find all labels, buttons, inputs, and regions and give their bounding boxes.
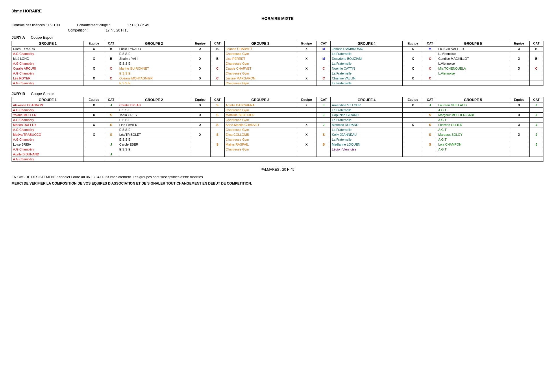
b-g1-r6-club: A.G Chambéry [12,127,84,132]
a-g2-r8-e [190,81,210,86]
b-g5-r11-c [530,152,543,157]
b-g3-r3-equipe [296,113,317,118]
b-g2-r7-name: Léa TRIBOLET [118,132,190,137]
b-g4-r11-c [423,152,437,157]
a-g2-r3-equipe: X [190,56,210,61]
b-g5-r2-c [530,108,543,113]
b-g4-r8-club: La Fraternelle [331,137,403,142]
a-g5-r7-e [509,76,529,81]
table-row: A.G Chambéry E.S.S.E Chartreuse Gym La F… [12,118,543,122]
a-g2-r4-c [210,61,224,66]
a-g5-r8-club [437,81,509,86]
a-g3-r1-equipe: X [296,47,317,51]
b-g3-r8-e [296,137,317,142]
a-g3-r8-e [296,81,317,86]
a-g3-r3-cat: M [317,56,331,61]
b-g1-r1-cat: J [104,103,118,108]
th-equipe3: Equipe [296,41,317,47]
b-g5-r9-name: Lola CHAMPON [437,142,509,147]
b-g1-r2-c [104,108,118,113]
b-g5-r7-cat: J [530,132,543,137]
b-g1-r7-equipe: X [84,132,104,137]
b-g4-r5-cat: S [423,122,437,127]
b-g3-r1-cat: J [317,103,331,108]
b-g4-r7-cat: S [423,132,437,137]
b-g5-r4-c [530,118,543,122]
info-block: Contrôle des licences : 16 H 30 Echauffe… [12,23,543,32]
a-g2-r5-equipe: X [190,66,210,71]
bth-groupe2: GROUPE 2 [118,97,190,103]
a-g4-r6-e [403,71,423,76]
a-g1-r5-equipe: X [84,66,104,71]
table-row: A.G Chambéry E.S.S.E Chartreuse Gym La F… [12,81,543,86]
table-row: A.G Chambéry E.S.S.E Chartreuse Gym La F… [12,137,543,142]
b-g1-r4-club: A.G Chambéry [12,118,84,122]
b-g5-r6-club: A.G.T [437,127,509,132]
a-g2-r8-c [210,81,224,86]
th-equipe4: Equipe [403,41,423,47]
b-g2-r10-club: E.S.S.E [118,147,190,152]
b-g4-r2-club: La Fraternelle [331,108,403,113]
b-g1-r9-name: Loise BRISA [12,142,84,147]
b-g2-r3-equipe: X [190,113,210,118]
a-g5-r4-c [530,61,543,66]
b-g1-r9-equipe [84,142,104,147]
a-g1-r1-equipe: X [84,47,104,51]
b-g5-r10-club: A.G.T [437,147,509,152]
th-groupe2: GROUPE 2 [118,41,190,47]
a-g2-r3-cat: B [210,56,224,61]
bth-cat5: CAT [530,97,543,103]
b-g3-r6-c [317,127,331,132]
b-g4-r4-e [403,118,423,122]
table-row: A.G Chambéry E.S.S.E Chartreuse Gym La F… [12,71,543,76]
a-g2-r1-cat: B [210,47,224,51]
jury-b-table: GROUPE 1 Equipe CAT GROUPE 2 Equipe CAT … [12,97,543,162]
a-g3-r2-cat [317,51,331,56]
b-g3-r7-name: Elisa COLLOMB [224,132,296,137]
b-g2-r10-e [190,147,210,152]
a-g1-r5-cat: C [104,66,118,71]
jury-b-sublabel: Coupe Senior [31,92,54,96]
b-g5-r7-equipe: X [509,132,529,137]
b-g3-r3-cat: J [317,113,331,118]
table-row: A.G Chambéry E.S.S.E Chartreuse Gym La F… [12,51,543,56]
a-g1-r3-name: Maé LONG [12,56,84,61]
a-g2-r1-name: Lucie EYNAUD [118,47,190,51]
b-g2-r11-name [118,152,190,157]
table-row: A.G Chambéry E.S.S.E Chartreuse Gym Légi… [12,147,543,152]
a-g2-r7-name: Océane MONTAGNIER [118,76,190,81]
b-g1-r12-e [84,157,104,162]
a-g4-r2-club: La Fraternelle [331,51,403,56]
b-g5-r8-club: A.G.T [437,137,509,142]
bth-equipe5: Equipe [509,97,529,103]
a-g4-r7-name: Charline VALLIN [331,76,403,81]
b-g2-r2-c [210,108,224,113]
a-g4-r8-club: La Fraternelle [331,81,403,86]
b-g4-r1-name: Amandine ST LOUP [331,103,403,108]
th-cat2: CAT [210,41,224,47]
a-g3-r4-club: Chartreuse Gym [224,61,296,66]
a-g2-r3-name: Shaïma YAHI [118,56,190,61]
a-g1-r3-equipe: X [84,56,104,61]
a-g2-r2-equipe [190,51,210,56]
table-row: Clara EYMARD X B Lucie EYNAUD X B Loanne… [12,47,543,51]
a-g5-r8-e [509,81,529,86]
b-g1-r9-cat: J [104,142,118,147]
a-g5-r7-c [530,76,543,81]
a-g3-r3-equipe: X [296,56,317,61]
competition-label: Compétition : [68,28,88,32]
competition-value: 17 h 5 20 H 15 [106,28,129,32]
a-g3-r1-cat: M [317,47,331,51]
a-g5-r6-e [509,71,529,76]
th-groupe4: GROUPE 4 [331,41,403,47]
b-g2-r9-cat: S [210,142,224,147]
b-g4-r2-e [403,108,423,113]
b-g3-r6-club: Chartreuse Gym [224,127,296,132]
th-cat4: CAT [423,41,437,47]
a-g2-r8-club: E.S.S.E [118,81,190,86]
a-g4-r7-cat: C [423,76,437,81]
th-cat5: CAT [530,41,543,47]
th-groupe5: GROUPE 5 [437,41,509,47]
b-g3-r8-c [317,137,331,142]
b-g3-r7-equipe: X [296,132,317,137]
